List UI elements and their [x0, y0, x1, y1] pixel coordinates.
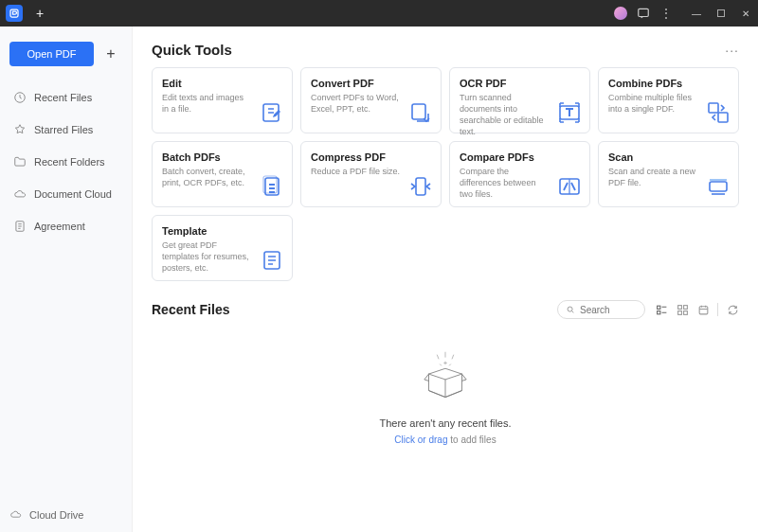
- svg-rect-9: [677, 310, 681, 314]
- sidebar-item-label: Recent Folders: [34, 156, 105, 168]
- convert-icon: [408, 100, 433, 125]
- open-pdf-button[interactable]: Open PDF: [9, 42, 94, 66]
- sidebar-item-starred-files[interactable]: Starred Files: [4, 115, 128, 144]
- sidebar-item-label: Document Cloud: [34, 188, 112, 200]
- template-icon: [260, 248, 284, 273]
- close-button[interactable]: ✕: [739, 7, 752, 20]
- scan-icon: [706, 174, 731, 199]
- more-options-button[interactable]: ···: [725, 43, 739, 58]
- combine-icon: [706, 100, 731, 125]
- tool-title: Combine PDFs: [608, 78, 729, 89]
- tool-description: Compare the differences between two file…: [460, 166, 550, 200]
- tool-card-compress[interactable]: Compress PDF Reduce a PDF file size.: [300, 141, 442, 207]
- quick-tools-grid: Edit Edit texts and images in a file. Co…: [152, 67, 739, 281]
- search-input[interactable]: [580, 305, 637, 315]
- click-drag-link[interactable]: Click or drag: [394, 434, 447, 445]
- svg-rect-1: [639, 9, 649, 16]
- tool-description: Scan and create a new PDF file.: [608, 166, 698, 188]
- svg-rect-7: [677, 305, 681, 309]
- search-icon: [566, 305, 575, 314]
- new-tab-button[interactable]: +: [28, 2, 51, 25]
- tool-card-combine[interactable]: Combine PDFs Combine multiple files into…: [598, 67, 739, 133]
- tool-title: Batch PDFs: [162, 151, 282, 163]
- svg-rect-11: [699, 306, 708, 313]
- tool-title: Convert PDF: [311, 78, 431, 89]
- svg-rect-6: [657, 310, 659, 313]
- empty-box-icon: [412, 344, 478, 410]
- tool-card-edit[interactable]: Edit Edit texts and images in a file.: [152, 67, 293, 133]
- app-logo-icon: [6, 5, 23, 22]
- svg-point-4: [568, 307, 572, 311]
- star-icon: [13, 123, 27, 136]
- batch-icon: [260, 174, 284, 199]
- grid-view-button[interactable]: [676, 303, 689, 316]
- empty-message: There aren't any recent files.: [379, 417, 511, 429]
- feedback-icon[interactable]: [637, 7, 650, 20]
- tool-title: Compress PDF: [311, 151, 431, 163]
- empty-hint: Click or drag to add files: [394, 434, 496, 445]
- tool-card-compare[interactable]: Compare PDFs Compare the differences bet…: [449, 141, 590, 207]
- tool-card-convert[interactable]: Convert PDF Convert PDFs to Word, Excel,…: [300, 67, 442, 133]
- tool-title: Compare PDFs: [460, 151, 580, 163]
- ocr-icon: [557, 100, 582, 125]
- sidebar-item-recent-folders[interactable]: Recent Folders: [4, 148, 128, 176]
- tool-title: OCR PDF: [460, 78, 580, 89]
- svg-rect-10: [683, 310, 687, 314]
- tool-description: Edit texts and images in a file.: [162, 92, 252, 115]
- tool-title: Edit: [162, 78, 282, 89]
- tool-description: Combine multiple files into a single PDF…: [608, 92, 698, 115]
- edit-icon: [260, 100, 284, 125]
- sidebar-item-label: Starred Files: [34, 124, 93, 135]
- tool-card-batch[interactable]: Batch PDFs Batch convert, create, print,…: [152, 141, 293, 207]
- titlebar: + ⋮ — ✕: [0, 0, 758, 27]
- sidebar-item-label: Recent Files: [34, 92, 92, 103]
- add-file-button[interactable]: +: [99, 43, 122, 65]
- tool-description: Convert PDFs to Word, Excel, PPT, etc.: [311, 92, 401, 115]
- cloud-icon: [9, 508, 22, 521]
- folder-icon: [13, 155, 27, 168]
- sidebar-nav: Recent Files Starred Files Recent Folder…: [0, 83, 132, 240]
- sidebar-item-label: Agreement: [34, 221, 85, 232]
- minimize-button[interactable]: —: [690, 7, 703, 20]
- maximize-button[interactable]: [714, 7, 728, 20]
- tool-title: Scan: [608, 151, 729, 163]
- user-avatar[interactable]: [614, 7, 627, 20]
- compress-icon: [408, 174, 433, 199]
- sidebar-item-recent-files[interactable]: Recent Files: [4, 83, 128, 112]
- main-content: Quick Tools ··· Edit Edit texts and imag…: [133, 27, 758, 532]
- tool-card-scan[interactable]: Scan Scan and create a new PDF file.: [598, 141, 739, 207]
- tool-description: Turn scanned documents into searchable o…: [460, 92, 550, 138]
- svg-rect-5: [657, 306, 659, 309]
- tool-description: Get great PDF templates for resumes, pos…: [162, 239, 252, 274]
- sidebar-item-agreement[interactable]: Agreement: [4, 212, 128, 240]
- tool-card-ocr[interactable]: OCR PDF Turn scanned documents into sear…: [449, 67, 590, 133]
- tool-card-template[interactable]: Template Get great PDF templates for res…: [152, 215, 293, 281]
- tool-description: Reduce a PDF file size.: [311, 166, 401, 177]
- divider: [717, 303, 718, 316]
- sidebar-item-document-cloud[interactable]: Document Cloud: [4, 180, 128, 208]
- list-view-button[interactable]: [655, 303, 668, 316]
- tool-title: Template: [162, 225, 282, 237]
- calendar-filter-button[interactable]: [696, 303, 710, 316]
- empty-state: There aren't any recent files. Click or …: [152, 344, 739, 445]
- compare-icon: [557, 174, 582, 199]
- app-body: Open PDF + Recent Files Starred Files Re…: [0, 27, 758, 532]
- refresh-button[interactable]: [726, 303, 739, 316]
- recent-files-title: Recent Files: [152, 302, 229, 317]
- sidebar-item-cloud-drive[interactable]: Cloud Drive: [0, 497, 132, 532]
- kebab-menu-icon[interactable]: ⋮: [659, 7, 673, 20]
- clock-icon: [13, 91, 27, 104]
- search-box[interactable]: [557, 300, 645, 319]
- sidebar: Open PDF + Recent Files Starred Files Re…: [0, 27, 133, 532]
- document-icon: [13, 220, 27, 233]
- cloud-icon: [13, 187, 27, 201]
- tool-description: Batch convert, create, print, OCR PDFs, …: [162, 166, 252, 188]
- svg-rect-8: [683, 305, 687, 309]
- quick-tools-title: Quick Tools: [152, 42, 232, 58]
- sidebar-footer-label: Cloud Drive: [29, 509, 83, 521]
